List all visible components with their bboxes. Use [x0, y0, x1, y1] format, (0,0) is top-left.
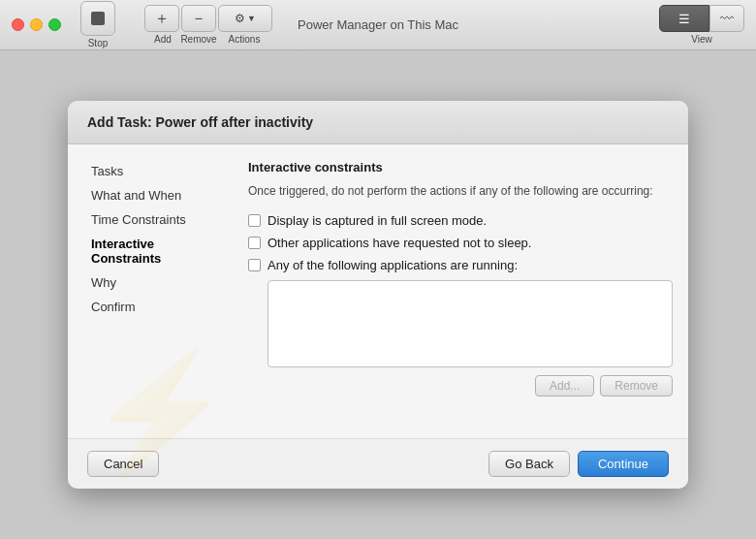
- checkbox-row-sleep: Other applications have requested not to…: [248, 236, 673, 250]
- content-panel: Interactive constraints Once triggered, …: [238, 160, 673, 423]
- checkbox-apps-label: Any of the following applications are ru…: [268, 258, 518, 272]
- nav-item-what-when[interactable]: What and When: [83, 184, 229, 206]
- chevron-down-icon: ▼: [247, 14, 256, 23]
- titlebar: Stop ＋ － ⚙ ▼ Add Remove Actions Power Ma…: [0, 0, 756, 50]
- sidebar-nav: Tasks What and When Time Constraints Int…: [83, 160, 238, 423]
- app-list-box[interactable]: [268, 280, 673, 367]
- dialog-header: Add Task: Power off after inactivity: [68, 101, 688, 144]
- remove-button[interactable]: －: [181, 5, 216, 32]
- footer-right: Go Back Continue: [488, 451, 669, 477]
- go-back-button[interactable]: Go Back: [488, 451, 570, 477]
- list-remove-button[interactable]: Remove: [600, 375, 673, 396]
- timeline-icon: 〰: [720, 11, 734, 26]
- section-title: Interactive constraints: [248, 160, 673, 174]
- checkbox-row-apps: Any of the following applications are ru…: [248, 258, 673, 272]
- timeline-view-button[interactable]: 〰: [709, 5, 744, 32]
- nav-item-why[interactable]: Why: [83, 271, 229, 294]
- traffic-lights: [12, 18, 61, 31]
- nav-item-tasks[interactable]: Tasks: [83, 160, 229, 182]
- view-btn-group: ☰ 〰: [659, 5, 744, 32]
- continue-button[interactable]: Continue: [578, 451, 669, 477]
- close-button[interactable]: [12, 18, 24, 31]
- stop-button[interactable]: [80, 1, 115, 36]
- stop-section: Stop: [80, 1, 115, 48]
- dialog-body: Tasks What and When Time Constraints Int…: [68, 144, 688, 438]
- stop-label: Stop: [88, 38, 109, 48]
- add-button[interactable]: ＋: [144, 5, 179, 32]
- actions-label: Actions: [217, 34, 271, 45]
- list-actions: Add... Remove: [268, 375, 673, 396]
- dialog: ⚡ Add Task: Power off after inactivity T…: [68, 101, 688, 489]
- actions-button[interactable]: ⚙ ▼: [218, 5, 272, 32]
- checkbox-row-fullscreen: Display is captured in full screen mode.: [248, 213, 673, 228]
- main-content: ⚡ Add Task: Power off after inactivity T…: [0, 50, 756, 539]
- remove-label: Remove: [180, 34, 217, 45]
- toolbar-middle: ＋ － ⚙ ▼ Add Remove Actions: [144, 5, 272, 45]
- checkbox-sleep[interactable]: [248, 237, 261, 249]
- minimize-button[interactable]: [30, 18, 43, 31]
- checkbox-apps[interactable]: [248, 259, 261, 271]
- maximize-button[interactable]: [48, 18, 61, 31]
- nav-item-confirm[interactable]: Confirm: [83, 296, 229, 318]
- section-description: Once triggered, do not perform the actio…: [248, 182, 673, 200]
- list-icon: ☰: [678, 12, 690, 26]
- view-section: ☰ 〰 View: [659, 5, 744, 45]
- checkbox-fullscreen[interactable]: [248, 214, 261, 227]
- list-view-button[interactable]: ☰: [659, 5, 709, 32]
- nav-item-interactive-constraints[interactable]: Interactive Constraints: [83, 233, 229, 270]
- toolbar-btn-group: ＋ － ⚙ ▼: [144, 5, 272, 32]
- toolbar-labels: Add Remove Actions: [145, 34, 271, 45]
- footer-left: Cancel: [87, 451, 159, 477]
- gear-icon: ⚙: [235, 12, 245, 25]
- add-label: Add: [145, 34, 180, 45]
- cancel-button[interactable]: Cancel: [87, 451, 159, 477]
- list-add-button[interactable]: Add...: [535, 375, 594, 396]
- view-label: View: [691, 34, 712, 45]
- checkbox-fullscreen-label: Display is captured in full screen mode.: [268, 213, 487, 228]
- nav-item-time-constraints[interactable]: Time Constraints: [83, 208, 229, 231]
- checkbox-sleep-label: Other applications have requested not to…: [268, 236, 531, 250]
- dialog-footer: Cancel Go Back Continue: [68, 438, 688, 489]
- window-title: Power Manager on This Mac: [298, 17, 458, 32]
- stop-icon: [91, 12, 105, 25]
